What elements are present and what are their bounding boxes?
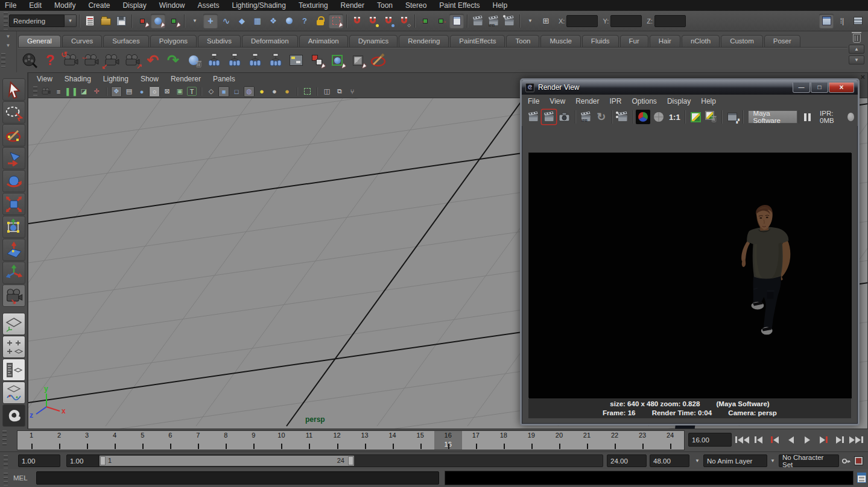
render-view-menu-item[interactable]: Display	[667, 97, 691, 105]
timeline-frame[interactable]: 13 13	[351, 431, 379, 450]
layout-single-persp-button[interactable]	[2, 313, 25, 335]
coordinate-mode-dropdown[interactable]: ▼	[523, 14, 537, 28]
renderer-selector[interactable]: Maya Software	[748, 110, 798, 124]
lock-selection-button[interactable]	[313, 14, 328, 28]
last-tool-used-button[interactable]: ↘	[2, 284, 25, 307]
snap-magnet-curve-button[interactable]	[366, 14, 380, 28]
timeline-frame[interactable]: 1 1	[17, 431, 45, 450]
timeline-frame[interactable]: 11 11	[295, 431, 323, 450]
y-coordinate-input[interactable]	[610, 15, 642, 27]
keep-image-button[interactable]	[688, 110, 703, 124]
animation-start-field[interactable]: 1.00	[18, 454, 60, 467]
snap-help-button[interactable]: ?	[297, 14, 312, 28]
timeline-frame[interactable]: 17 17	[462, 431, 490, 450]
shelf-tab[interactable]: General	[18, 35, 61, 47]
snap-magnet-axis-button[interactable]: ◇	[397, 14, 411, 28]
shelf-tab[interactable]: Hair	[650, 35, 680, 47]
panel-menu-item[interactable]: Panels	[213, 75, 235, 83]
playback-range-bar[interactable]: 1 24	[100, 456, 354, 466]
render-view-menu-item[interactable]: Help	[701, 97, 716, 105]
timeline-frame[interactable]: 19 19	[518, 431, 545, 450]
shelf-tab-menu-icon[interactable]: ▼	[6, 34, 11, 39]
2d-pan-zoom-icon[interactable]: ✢	[91, 86, 102, 97]
hypergraph-up-downstream-button[interactable]	[246, 51, 264, 69]
rotate-tool-button[interactable]	[2, 170, 25, 192]
shelf-tab[interactable]: Polygons	[150, 35, 197, 47]
snap-to-planes-button[interactable]: ▦	[250, 14, 265, 28]
camera-dolly-button[interactable]: ↙	[103, 51, 121, 69]
paint-selection-tool-button[interactable]	[2, 124, 25, 146]
input-connections-button[interactable]: →	[418, 14, 432, 28]
select-hierarchy-mode-button[interactable]	[135, 14, 150, 28]
shelf-tab[interactable]: Muscle	[540, 35, 580, 47]
redo-previous-render-button[interactable]	[542, 110, 556, 124]
film-gate-icon[interactable]: ❖	[111, 86, 122, 97]
timeline-frame[interactable]: 16 16	[434, 431, 462, 450]
panel-menu-item[interactable]: Show	[141, 75, 159, 83]
timeline-frame[interactable]: 10 10	[267, 431, 295, 450]
main-menu-item[interactable]: Create	[88, 1, 110, 10]
command-language-label[interactable]: MEL	[13, 474, 28, 482]
viewport-share-icon[interactable]: ⑂	[347, 86, 358, 97]
maximize-button[interactable]: □	[811, 83, 828, 93]
select-component-shelf-button[interactable]	[349, 51, 367, 69]
show-channel-box-button[interactable]	[819, 14, 834, 28]
flat-light-icon[interactable]: ●	[269, 86, 280, 97]
pause-ipr-button[interactable]	[800, 110, 814, 124]
playback-end-field[interactable]: 24.00	[607, 454, 647, 467]
gate-mask-icon[interactable]: ●	[136, 86, 147, 97]
main-menu-item[interactable]: Window	[159, 1, 185, 10]
shelf-tab[interactable]: Custom	[721, 35, 763, 47]
new-scene-button[interactable]	[83, 14, 97, 28]
toolbar-grip[interactable]	[4, 12, 8, 30]
range-start-handle[interactable]	[100, 456, 106, 465]
bounding-box-mode-icon[interactable]: □	[231, 86, 242, 97]
anim-layer-dropdown-icon[interactable]: ▼	[695, 458, 700, 463]
timeline-frame[interactable]: 18 18	[490, 431, 518, 450]
set-key-icon[interactable]	[841, 456, 851, 466]
hypergraph-scene-button[interactable]	[267, 51, 285, 69]
main-menu-item[interactable]: Display	[122, 1, 146, 10]
render-view-menu-item[interactable]: Options	[632, 97, 657, 105]
make-live-button[interactable]	[282, 14, 296, 28]
absolute-relative-toggle[interactable]: ⊞	[539, 14, 553, 28]
panel-menu-item[interactable]: Renderer	[171, 75, 201, 83]
z-coordinate-input[interactable]	[654, 15, 686, 27]
isolate-select-icon[interactable]	[302, 86, 312, 97]
panel-menu-item[interactable]: View	[37, 75, 52, 83]
menu-set-selector[interactable]: Rendering	[9, 14, 65, 27]
camera-zoom-button[interactable]: ↗	[123, 51, 141, 69]
universal-manipulator-button[interactable]	[2, 216, 25, 238]
shelf-tab[interactable]: Curves	[62, 35, 102, 47]
xray-mode-icon[interactable]: ◫	[322, 86, 332, 97]
lasso-select-tool-button[interactable]	[2, 101, 25, 124]
render-view-menu-item[interactable]: IPR	[610, 97, 622, 105]
rendered-image-area[interactable]	[528, 152, 851, 398]
close-button[interactable]: ×	[829, 83, 854, 93]
main-menu-item[interactable]: Help	[493, 1, 508, 10]
snap-to-view-planes-button[interactable]: ❖	[266, 14, 280, 28]
remove-image-button[interactable]	[704, 110, 718, 124]
panel-close-icon[interactable]: ×	[860, 72, 865, 81]
ipr-render-button[interactable]: IPR	[486, 14, 501, 28]
field-chart-icon[interactable]: ○	[149, 86, 160, 97]
play-backwards-button[interactable]	[784, 432, 799, 447]
step-back-key-button[interactable]	[767, 432, 782, 447]
step-back-frame-button[interactable]	[751, 432, 766, 447]
snap-to-points-button[interactable]: ◆	[235, 14, 249, 28]
timeline-frame[interactable]: 2 2	[45, 431, 73, 450]
script-editor-icon[interactable]	[857, 473, 866, 483]
render-view-menu-item[interactable]: View	[550, 97, 565, 105]
shelf-tab[interactable]: Surfaces	[103, 35, 148, 47]
timeline-frame[interactable]: 15 15	[407, 431, 434, 450]
display-rgb-channels-button[interactable]	[636, 110, 650, 124]
select-object-shelf-button[interactable]	[328, 51, 346, 69]
camera-track-button[interactable]: ↔	[82, 51, 100, 69]
render-settings-button[interactable]	[502, 14, 516, 28]
shelf-tab[interactable]: Toon	[506, 35, 539, 47]
paint-effects-shelf-button[interactable]	[369, 51, 387, 69]
timeline-frame[interactable]: 21 21	[573, 431, 601, 450]
redo-view-button[interactable]: ↷	[164, 51, 182, 69]
timeline-frame[interactable]: 4 4	[101, 431, 128, 450]
animation-end-field[interactable]: 48.00	[650, 454, 689, 467]
